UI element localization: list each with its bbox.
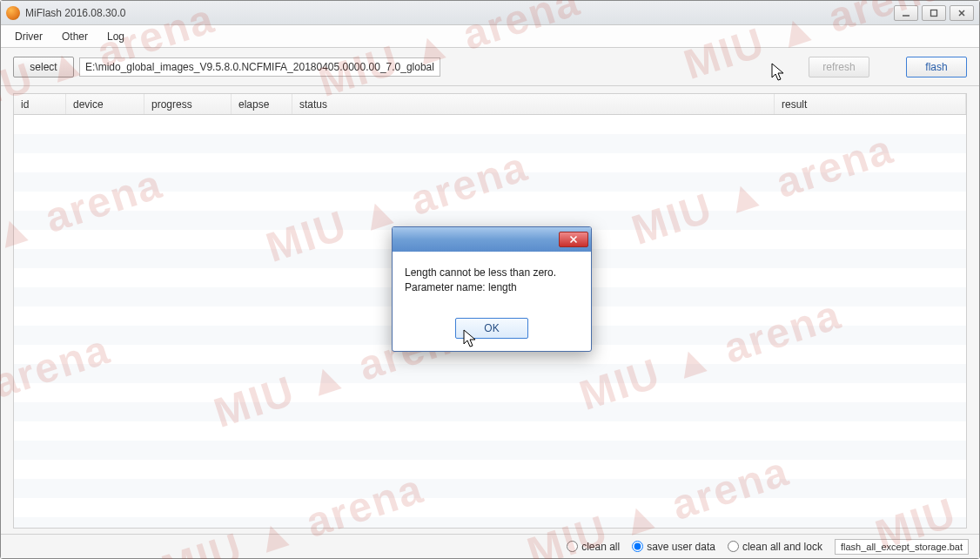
flash-button[interactable]: flash <box>906 57 967 77</box>
dialog-footer: OK <box>393 313 591 351</box>
col-id[interactable]: id <box>14 94 66 114</box>
dialog-titlebar[interactable] <box>393 227 591 252</box>
app-icon <box>6 6 20 20</box>
col-device[interactable]: device <box>66 94 144 114</box>
menu-log[interactable]: Log <box>98 27 133 46</box>
svg-rect-1 <box>931 10 937 16</box>
radio-clean-all-lock-label: clean all and lock <box>742 541 822 553</box>
path-input[interactable] <box>79 57 440 77</box>
minimize-icon <box>902 9 910 17</box>
close-icon <box>957 9 966 17</box>
menubar: Driver Other Log <box>1 25 979 48</box>
col-progress[interactable]: progress <box>144 94 232 114</box>
menu-other[interactable]: Other <box>53 27 97 46</box>
maximize-icon <box>930 9 938 17</box>
window-controls <box>894 5 974 21</box>
radio-clean-all-lock-input[interactable] <box>728 541 739 552</box>
col-status[interactable]: status <box>292 94 775 114</box>
menu-driver[interactable]: Driver <box>6 27 51 46</box>
radio-clean-all-input[interactable] <box>567 541 578 552</box>
toolbar: select refresh flash <box>1 48 979 86</box>
refresh-button[interactable]: refresh <box>809 57 869 77</box>
statusbar: clean all save user data clean all and l… <box>1 534 979 558</box>
radio-clean-all-lock[interactable]: clean all and lock <box>728 541 822 553</box>
select-button[interactable]: select <box>13 57 74 77</box>
error-dialog: Length cannot be less than zero. Paramet… <box>392 226 592 352</box>
dialog-message-line2: Parameter name: length <box>405 280 579 295</box>
radio-save-user-data-label: save user data <box>647 541 715 553</box>
dialog-ok-button[interactable]: OK <box>455 318 528 339</box>
radio-clean-all-label: clean all <box>581 541 620 553</box>
table-header: id device progress elapse status result <box>14 94 966 115</box>
dialog-close-button[interactable] <box>559 232 588 247</box>
close-icon <box>569 235 578 244</box>
status-file: flash_all_except_storage.bat <box>835 539 969 555</box>
close-button[interactable] <box>950 5 974 21</box>
col-result[interactable]: result <box>775 94 966 114</box>
maximize-button[interactable] <box>922 5 946 21</box>
dialog-message: Length cannot be less than zero. Paramet… <box>393 252 591 313</box>
radio-clean-all[interactable]: clean all <box>567 541 620 553</box>
dialog-message-line1: Length cannot be less than zero. <box>405 266 579 280</box>
titlebar: MiFlash 2016.08.30.0 <box>1 1 979 25</box>
minimize-button[interactable] <box>894 5 918 21</box>
radio-save-user-data[interactable]: save user data <box>632 541 715 553</box>
col-elapse[interactable]: elapse <box>232 94 292 114</box>
window-title: MiFlash 2016.08.30.0 <box>25 7 894 19</box>
radio-save-user-data-input[interactable] <box>632 541 643 552</box>
